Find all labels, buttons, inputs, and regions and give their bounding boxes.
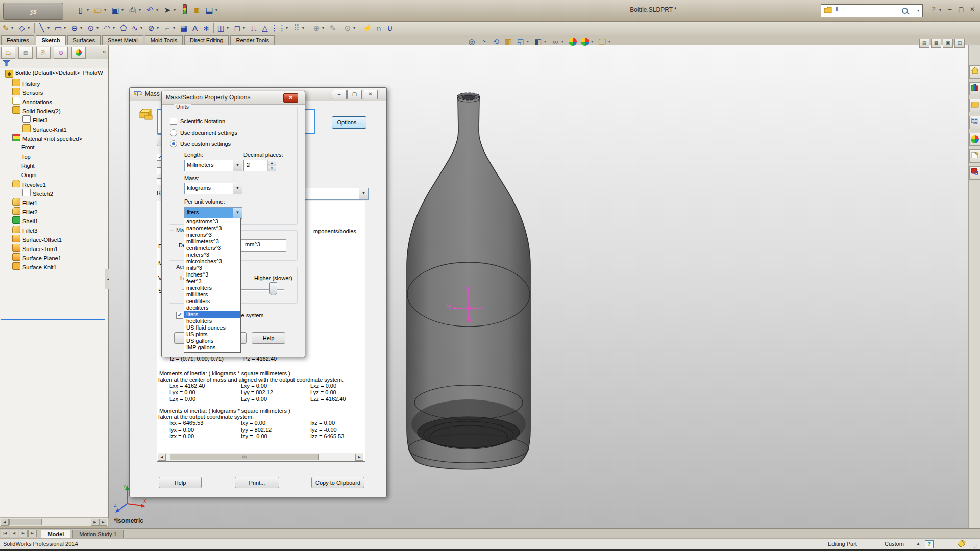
print-icon[interactable]: ⎙: [127, 4, 139, 16]
volume-unit-option[interactable]: centiliters: [184, 298, 240, 305]
pattern-caret[interactable]: ▾: [302, 22, 307, 34]
line-icon[interactable]: ╲: [36, 22, 47, 34]
sketch-icon[interactable]: ✎: [0, 22, 11, 34]
search-box[interactable]: ▾: [821, 4, 923, 17]
apply-scene-icon[interactable]: [581, 38, 589, 46]
edit-appearance-icon[interactable]: [569, 38, 577, 46]
use-custom-settings-radio[interactable]: [170, 140, 177, 147]
search-input[interactable]: [835, 6, 903, 13]
open-icon[interactable]: 🗁: [92, 4, 104, 16]
accuracy-slider-thumb[interactable]: [270, 282, 277, 295]
displaymanager-tab[interactable]: [71, 47, 86, 59]
scroll-right-icon[interactable]: ▶: [91, 519, 99, 526]
polygon-icon[interactable]: ⬠: [118, 22, 129, 34]
text-icon[interactable]: A: [189, 22, 201, 34]
new-caret[interactable]: ▾: [87, 4, 92, 16]
next-tab-icon[interactable]: ▶: [19, 530, 28, 537]
units-caret-icon[interactable]: ▲: [916, 541, 920, 546]
smart-dimension-icon[interactable]: ◇: [16, 22, 28, 34]
tree-item[interactable]: Annotations: [0, 97, 52, 106]
tree-item[interactable]: History: [0, 79, 40, 88]
spline-icon[interactable]: ∿: [129, 22, 140, 34]
slot-icon[interactable]: ⊖: [69, 22, 80, 34]
spinner-down-icon[interactable]: ▼: [267, 166, 276, 171]
circledot-caret[interactable]: ▾: [353, 22, 358, 34]
volume-unit-option[interactable]: hectoliters: [184, 318, 240, 324]
grid-caret[interactable]: ▾: [286, 22, 291, 34]
trim-entities-icon[interactable]: △: [259, 22, 271, 34]
use-document-settings-radio[interactable]: [170, 129, 177, 136]
tree-item[interactable]: Fillet3: [0, 226, 37, 235]
pattern-icon[interactable]: ▦: [178, 22, 189, 34]
options-close-icon[interactable]: ✕: [283, 93, 298, 103]
relations-caret[interactable]: ▾: [322, 22, 327, 34]
decimal-places-spinner[interactable]: 2 ▲ ▼: [243, 160, 276, 171]
fillet-caret[interactable]: ▾: [173, 22, 178, 34]
dimension-caret[interactable]: ▾: [28, 22, 33, 34]
search-caret[interactable]: ▾: [917, 8, 919, 13]
maximize-icon[interactable]: ▢: [955, 5, 967, 14]
file-explorer-icon[interactable]: [969, 99, 980, 112]
point-icon[interactable]: ∗: [201, 22, 212, 34]
rebuild-traffic-light-icon[interactable]: [179, 4, 191, 16]
commandmanager-tab[interactable]: Surfaces: [67, 35, 101, 45]
volume-units-dropdown[interactable]: liters▼: [184, 207, 242, 219]
tree-item[interactable]: Shell1: [0, 216, 38, 226]
volume-unit-option[interactable]: mils^3: [184, 265, 240, 271]
mirror-caret[interactable]: ▾: [227, 22, 232, 34]
model-tab[interactable]: Motion Study 1: [72, 530, 123, 538]
propertymanager-tab[interactable]: 🗉: [18, 47, 33, 59]
help-caret[interactable]: ▾: [939, 4, 944, 16]
volume-unit-option[interactable]: meters^3: [184, 252, 240, 258]
volume-unit-option[interactable]: milliliters: [184, 291, 240, 298]
print-caret[interactable]: ▾: [139, 4, 144, 16]
close-icon[interactable]: ✕: [967, 5, 978, 14]
volume-unit-option[interactable]: angstroms^3: [184, 218, 240, 225]
volume-unit-option[interactable]: millimeters^3: [184, 238, 240, 245]
sketch-fillet-icon[interactable]: ⌐: [162, 22, 173, 34]
tree-item[interactable]: Material <not specified>: [0, 134, 82, 143]
textarea-horizontal-scrollbar[interactable]: ◀ ⦀⦀⦀ ▶: [158, 453, 363, 461]
ta-scroll-left-icon[interactable]: ◀: [158, 454, 166, 461]
tree-item[interactable]: Origin: [0, 170, 36, 180]
arc-up-icon[interactable]: ∩: [373, 22, 384, 34]
dialog-minimize-icon[interactable]: –: [332, 90, 347, 99]
panel-overflow-chevron[interactable]: »: [103, 48, 106, 55]
slot-caret[interactable]: ▾: [80, 22, 85, 34]
arc-caret[interactable]: ▾: [113, 22, 118, 34]
volume-unit-option[interactable]: microns^3: [184, 232, 240, 238]
solidworks-forum-icon[interactable]: [969, 166, 980, 180]
volume-unit-option[interactable]: US pints: [184, 331, 240, 338]
spinner-up-icon[interactable]: ▲: [267, 160, 276, 166]
options-dialog-titlebar[interactable]: Mass/Section Property Options ✕: [162, 91, 305, 105]
tree-item[interactable]: Surface-Trim1: [0, 244, 58, 253]
circle-caret[interactable]: ▾: [96, 22, 102, 34]
undo-caret[interactable]: ▾: [156, 4, 161, 16]
copy-to-clipboard-button[interactable]: Copy to Clipboard: [311, 477, 364, 488]
search-magnifier-icon[interactable]: [902, 8, 908, 14]
volume-unit-option[interactable]: centimeters^3: [184, 245, 240, 252]
volume-unit-option[interactable]: inches^3: [184, 271, 240, 278]
custom-properties-icon[interactable]: [969, 149, 980, 163]
circle-dot-icon[interactable]: ⊙: [342, 22, 353, 34]
tree-item[interactable]: Sensors: [0, 88, 43, 97]
sketch-caret[interactable]: ▾: [11, 22, 16, 34]
filter-funnel-icon[interactable]: [3, 60, 10, 66]
tree-item[interactable]: Solid Bodies(2): [0, 106, 61, 115]
volume-unit-option[interactable]: deciliters: [184, 305, 240, 311]
ellipse-caret[interactable]: ▾: [157, 22, 162, 34]
volume-unit-option[interactable]: US fluid ounces: [184, 324, 240, 331]
spline-caret[interactable]: ▾: [140, 22, 145, 34]
arc-icon[interactable]: ◠: [102, 22, 113, 34]
ta-scroll-right-icon[interactable]: ▶: [355, 454, 363, 461]
volume-unit-option[interactable]: IMP gallons: [184, 344, 240, 351]
commandmanager-tab[interactable]: Mold Tools: [145, 35, 183, 45]
tree-item[interactable]: Revolve1: [0, 180, 46, 189]
mirror-entities-icon[interactable]: ◫: [215, 22, 227, 34]
length-units-dropdown[interactable]: Millimeters▼: [184, 160, 242, 171]
tree-item[interactable]: Surface-Knit1: [0, 262, 57, 271]
offset-entities-icon[interactable]: ⎍: [248, 22, 259, 34]
scroll-end-icon[interactable]: ▶: [99, 519, 107, 526]
tree-item[interactable]: Surface-Knit1: [0, 124, 67, 134]
save-icon[interactable]: ▣: [109, 4, 121, 16]
